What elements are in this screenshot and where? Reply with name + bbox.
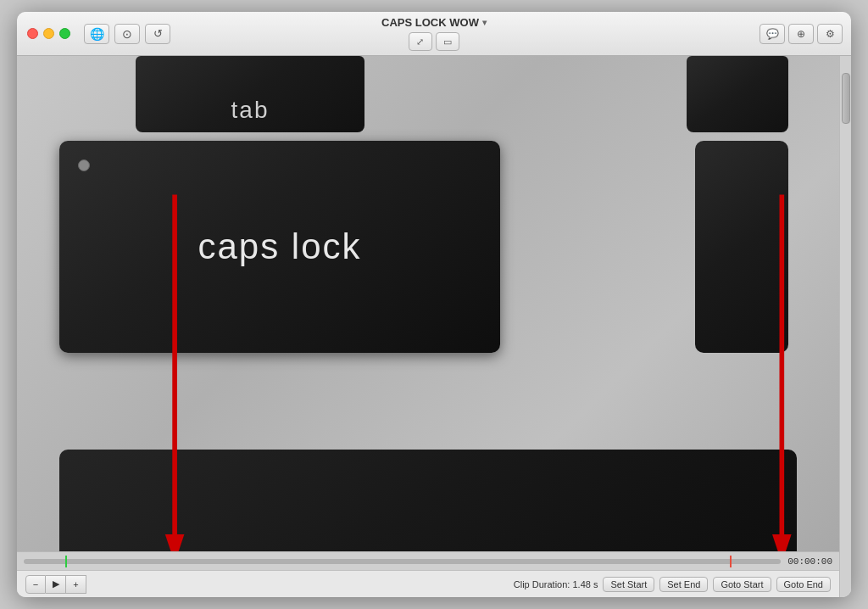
tab-key: tab [136,56,364,132]
controls-bar: − ▶ + Clip Duration: 1.48 s Set Start Se… [17,570,839,597]
minus-button[interactable]: − [25,575,46,594]
end-marker[interactable] [730,556,732,567]
timecode-display: 00:00:00 [787,556,832,567]
close-button[interactable] [27,28,38,39]
title-area: CAPS LOCK WOW ▾ ⤢ ▭ [381,16,487,51]
minimize-button[interactable] [43,28,54,39]
refresh-icon: ↺ [153,27,163,40]
led-indicator [78,159,90,171]
maximize-button[interactable] [59,28,70,39]
bottom-key [59,450,797,551]
toolbar-left: 🌐 ⊙ ↺ [84,24,170,44]
browser-icon: ⊙ [122,27,132,41]
scrollbar[interactable] [839,56,851,597]
comments-icon: 💬 [766,28,779,40]
goto-start-button[interactable]: Goto Start [713,577,771,592]
timeline-area: 00:00:00 [17,551,839,570]
video-area: tab caps lock [17,56,839,597]
set-start-button[interactable]: Set Start [603,577,654,592]
plus-icon: + [73,579,78,589]
title-text: CAPS LOCK WOW [381,16,479,29]
clip-button[interactable]: ▭ [436,32,459,51]
right-side-key [695,141,788,353]
browser-button[interactable]: ⊙ [114,24,140,44]
title-dropdown-arrow[interactable]: ▾ [482,18,487,27]
share-button[interactable]: 🌐 [84,24,109,44]
capslock-key-label: caps lock [198,226,361,267]
main-window: 🌐 ⊙ ↺ CAPS LOCK WOW ▾ ⤢ ▭ [17,12,851,597]
fullscreen-button[interactable]: ⤢ [409,32,432,51]
set-end-button[interactable]: Set End [659,577,708,592]
comments-button[interactable]: 💬 [760,24,785,44]
tab-key-label: tab [231,97,270,124]
goto-end-button[interactable]: Goto End [776,577,831,592]
layers-button[interactable]: ⊕ [788,24,814,44]
refresh-button[interactable]: ↺ [145,24,170,44]
play-icon: ▶ [53,578,59,589]
layers-icon: ⊕ [797,28,805,40]
start-marker[interactable] [65,556,67,567]
settings-icon: ⚙ [826,28,835,40]
scrubber-track[interactable] [24,559,781,564]
toolbar-right: 💬 ⊕ ⚙ [760,24,843,44]
share-icon: 🌐 [90,27,104,41]
capslock-key: caps lock [59,141,500,353]
clip-icon: ▭ [443,36,452,47]
clip-info: Clip Duration: 1.48 s Set Start Set End … [514,577,831,592]
traffic-lights [27,28,70,39]
window-title: CAPS LOCK WOW ▾ [381,16,487,29]
scrollbar-thumb[interactable] [842,73,850,124]
play-button[interactable]: ▶ [46,575,66,594]
titlebar: 🌐 ⊙ ↺ CAPS LOCK WOW ▾ ⤢ ▭ [17,12,851,56]
fullscreen-icon: ⤢ [416,36,424,47]
settings-button[interactable]: ⚙ [817,24,843,44]
plus-button[interactable]: + [66,575,86,594]
main-content: tab caps lock [17,56,851,597]
clip-duration-label: Clip Duration: 1.48 s [514,579,598,589]
keyboard-display: tab caps lock [17,56,839,551]
top-right-key [687,56,788,132]
minus-icon: − [33,579,38,589]
